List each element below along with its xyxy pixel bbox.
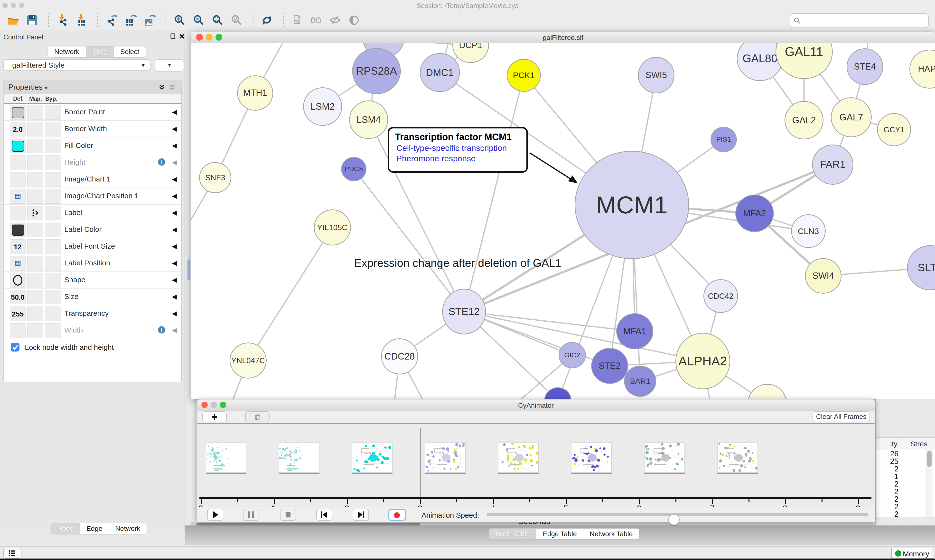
keyframe-thumbnail-7[interactable] [644, 443, 685, 473]
annotation-link[interactable]: Cell-type-specific transcription [395, 143, 521, 153]
keyframe-thumbnail-2[interactable] [279, 443, 319, 473]
default-cell[interactable] [10, 189, 26, 204]
mapping-cell[interactable] [27, 323, 43, 338]
expand-property-icon[interactable]: ◀ [172, 192, 177, 200]
timeline-playhead[interactable] [420, 428, 421, 498]
default-cell[interactable] [10, 273, 26, 288]
mapping-cell[interactable] [27, 206, 43, 220]
expand-property-icon[interactable]: ◀ [172, 293, 177, 300]
property-row[interactable]: Label◀ [4, 205, 181, 222]
expand-property-icon[interactable]: ◀ [172, 326, 177, 334]
panel-splitter-handle[interactable] [187, 259, 190, 280]
bypass-cell[interactable] [45, 122, 61, 137]
collapse-all-icon[interactable] [168, 84, 176, 91]
network-node-pck1[interactable]: PCK1 [507, 59, 541, 92]
network-node-ste12[interactable]: STE12 [442, 289, 486, 334]
tab-network[interactable]: Network [48, 46, 86, 57]
property-row[interactable]: Image/Chart Position 1◀ [4, 188, 181, 205]
network-node-mfa1[interactable]: MFA1 [616, 313, 653, 349]
network-node-bar1[interactable]: BAR1 [624, 366, 656, 397]
pause-button[interactable] [243, 509, 259, 521]
record-button[interactable] [388, 509, 406, 521]
network-node-swi5[interactable]: SWI5 [638, 57, 674, 94]
property-row[interactable]: Heighti◀ [4, 154, 181, 171]
network-node-ste2[interactable]: STE2 [591, 348, 628, 384]
tab-node[interactable]: Node [51, 523, 80, 534]
network-node-pdc5[interactable]: PDC5 [341, 157, 366, 181]
column-header[interactable]: ity [876, 440, 898, 448]
stop-button[interactable] [280, 509, 296, 521]
tab-edge[interactable]: Edge [80, 523, 109, 534]
default-cell[interactable] [10, 223, 26, 237]
expand-property-icon[interactable]: ◀ [172, 158, 177, 166]
default-cell[interactable] [10, 256, 26, 271]
add-frame-button[interactable] [202, 411, 227, 422]
lock-size-checkbox[interactable] [11, 343, 20, 352]
mapping-cell[interactable] [27, 138, 43, 153]
mapping-cell[interactable] [27, 273, 43, 288]
property-row[interactable]: 50.0Size◀ [4, 289, 181, 305]
network-node-pis1[interactable]: PIS1 [711, 127, 737, 152]
network-node-gcy1[interactable]: GCY1 [877, 113, 911, 146]
info-icon[interactable]: i [157, 158, 166, 168]
float-panel-icon[interactable] [170, 33, 176, 40]
zoom-selected-button[interactable] [230, 14, 243, 26]
column-divider[interactable] [901, 438, 901, 449]
expand-property-icon[interactable]: ◀ [172, 276, 177, 284]
property-row[interactable]: Widthi◀ [4, 322, 181, 339]
bypass-cell[interactable] [45, 105, 61, 120]
expand-property-icon[interactable]: ◀ [172, 226, 177, 233]
first-neighbors-button[interactable] [310, 14, 322, 26]
refresh-button[interactable] [261, 14, 273, 26]
property-row[interactable]: Image/Chart 1◀ [4, 171, 181, 188]
column-header[interactable]: Stres [910, 440, 927, 448]
network-node-gal2[interactable]: GAL2 [785, 101, 824, 139]
default-cell[interactable]: 12 [10, 239, 26, 254]
network-node-mcm1[interactable]: MCM1 [575, 151, 689, 259]
animation-speed-slider[interactable] [487, 513, 868, 516]
show-panels-button[interactable] [3, 548, 22, 558]
export-image-button[interactable] [143, 14, 156, 26]
default-cell[interactable]: 50.0 [10, 290, 26, 304]
info-icon[interactable]: i [157, 326, 166, 335]
default-cell[interactable] [10, 138, 26, 153]
keyframe-thumbnail-5[interactable] [498, 443, 538, 473]
zoom-out-button[interactable] [192, 14, 205, 26]
property-row[interactable]: Fill Color◀ [4, 137, 181, 154]
bypass-cell[interactable] [45, 323, 61, 338]
default-cell[interactable]: 255 [10, 306, 26, 321]
search-box[interactable] [790, 13, 929, 28]
bypass-cell[interactable] [45, 138, 61, 153]
bypass-cell[interactable] [45, 290, 61, 304]
expand-property-icon[interactable]: ◀ [172, 209, 177, 217]
mapping-cell[interactable] [27, 122, 43, 137]
scrollbar-thumb[interactable] [927, 451, 932, 467]
memory-button[interactable]: Memory [891, 548, 933, 558]
bypass-cell[interactable] [45, 189, 61, 204]
keyframe-thumbnail-1[interactable] [206, 443, 247, 473]
network-node-lsm4[interactable]: LSM4 [349, 100, 388, 139]
network-node-snf3[interactable]: SNF3 [199, 162, 231, 193]
network-node-cln3[interactable]: CLN3 [791, 214, 825, 248]
property-row[interactable]: 2.0Border Width◀ [4, 121, 181, 137]
zoom-in-button[interactable] [173, 14, 186, 26]
tab-edge-table[interactable]: Edge Table [536, 529, 583, 539]
default-cell[interactable] [10, 105, 26, 120]
tab-select[interactable]: Select [114, 46, 146, 57]
expand-all-icon[interactable] [158, 84, 165, 91]
network-node-ste4[interactable]: STE4 [847, 48, 883, 85]
tab-network-table[interactable]: Network Table [583, 529, 639, 539]
bypass-cell[interactable] [45, 206, 61, 220]
mapping-cell[interactable] [27, 256, 43, 271]
mapping-cell[interactable] [27, 223, 43, 237]
default-cell[interactable] [10, 323, 26, 338]
property-row[interactable]: Label Position◀ [4, 255, 181, 272]
network-node-cdc28[interactable]: CDC28 [381, 338, 418, 374]
mapping-cell[interactable] [27, 189, 43, 204]
cyanimator-timeline[interactable]: 0123456789 Seconds [197, 423, 875, 507]
previous-frame-button[interactable] [316, 509, 332, 521]
style-options-button[interactable]: ▾ [155, 59, 184, 72]
copy-network-button[interactable] [291, 14, 303, 26]
import-table-button[interactable] [75, 14, 88, 26]
keyframe-thumbnail-3[interactable] [352, 443, 392, 473]
